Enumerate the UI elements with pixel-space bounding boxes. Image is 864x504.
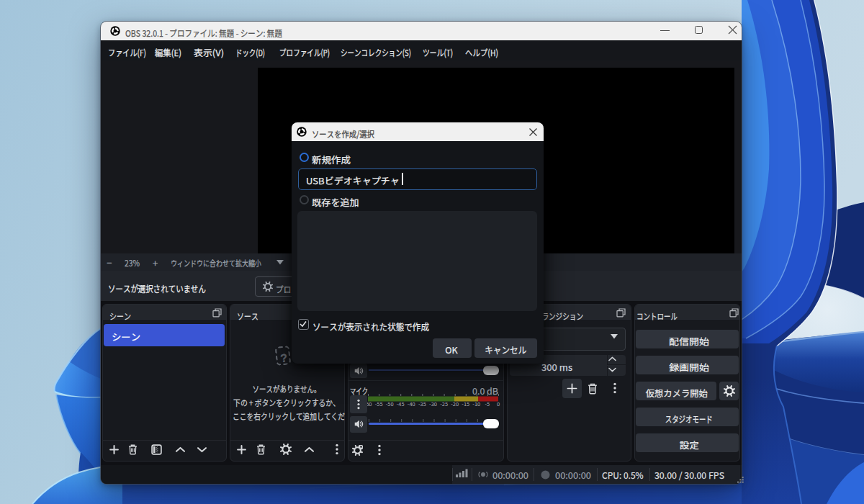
- svg-text:-15: -15: [462, 400, 469, 408]
- svg-text:-50: -50: [386, 400, 394, 408]
- svg-text:-55: -55: [375, 400, 383, 408]
- svg-text:0: 0: [497, 400, 500, 408]
- svg-text:-30: -30: [429, 400, 437, 408]
- svg-text:-45: -45: [397, 400, 405, 408]
- svg-text:-35: -35: [418, 400, 426, 408]
- svg-text:-20: -20: [451, 400, 459, 408]
- svg-text:-25: -25: [440, 400, 448, 408]
- svg-text:-10: -10: [472, 400, 480, 408]
- svg-text:-40: -40: [408, 400, 415, 408]
- svg-text:-5: -5: [485, 400, 490, 408]
